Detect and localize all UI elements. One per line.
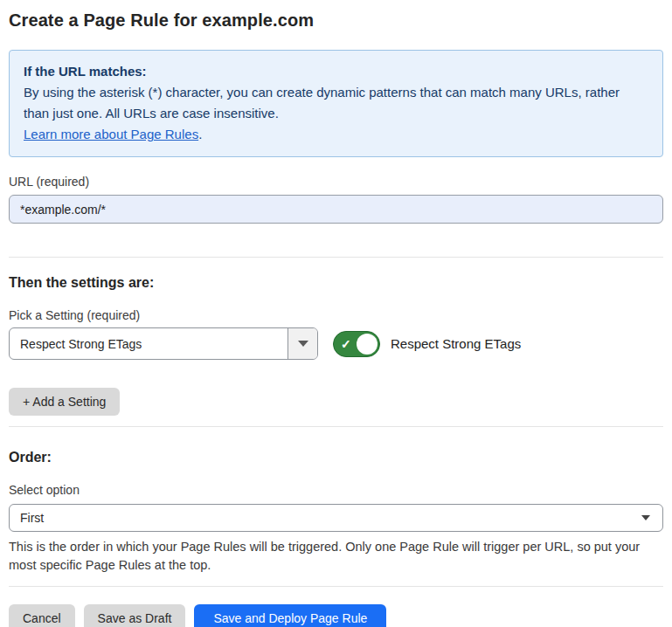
toggle-knob [357,334,378,355]
setting-row: Respect Strong ETags ✓ Respect Strong ET… [9,327,663,360]
setting-toggle-label: Respect Strong ETags [391,336,521,351]
setting-select-arrow-button[interactable] [288,328,317,359]
pick-setting-label: Pick a Setting (required) [9,308,663,322]
order-section-heading: Order: [9,450,663,465]
setting-select-value: Respect Strong ETags [10,328,288,359]
chevron-down-icon [641,515,650,520]
section-divider-1 [9,257,663,258]
url-input[interactable] [9,195,663,224]
order-help-text: This is the order in which your Page Rul… [9,538,655,575]
order-select[interactable]: First [9,504,663,532]
info-box-heading: If the URL matches: [24,61,648,82]
order-select-label: Select option [9,483,663,497]
section-divider-2 [9,426,663,427]
cancel-button[interactable]: Cancel [9,604,75,627]
add-setting-button[interactable]: + Add a Setting [9,388,120,416]
url-match-info-box: If the URL matches: By using the asteris… [9,50,663,157]
section-divider-3 [9,586,663,587]
save-as-draft-button[interactable]: Save as Draft [84,604,186,627]
setting-toggle[interactable]: ✓ [333,331,380,357]
order-select-value: First [20,511,44,525]
info-box-body: By using the asterisk (*) character, you… [24,82,648,124]
url-field-label: URL (required) [9,175,663,189]
info-box-link-line: Learn more about Page Rules. [24,124,648,145]
check-icon: ✓ [341,338,351,350]
chevron-down-icon [298,341,308,347]
learn-more-link[interactable]: Learn more about Page Rules [24,127,198,141]
settings-section-heading: Then the settings are: [9,275,663,291]
page-title: Create a Page Rule for example.com [9,10,663,31]
save-and-deploy-button[interactable]: Save and Deploy Page Rule [194,604,386,627]
setting-toggle-group: ✓ Respect Strong ETags [333,331,521,357]
link-suffix: . [198,127,202,141]
footer-actions: Cancel Save as Draft Save and Deploy Pag… [9,604,663,627]
setting-select[interactable]: Respect Strong ETags [9,327,318,360]
